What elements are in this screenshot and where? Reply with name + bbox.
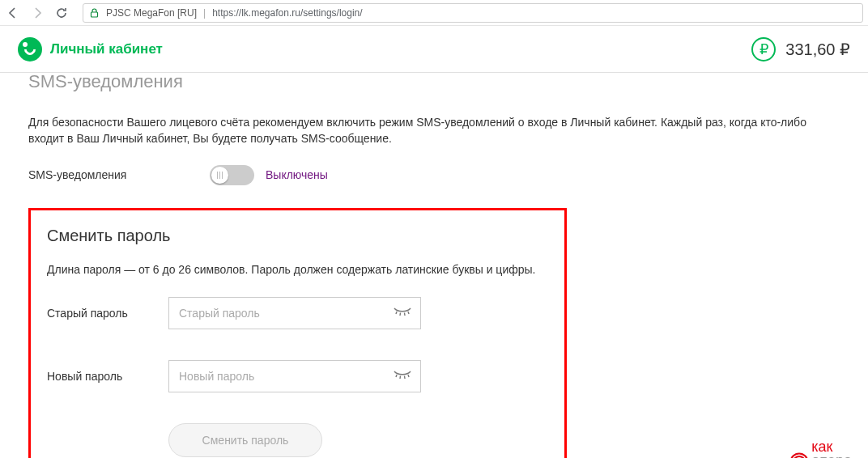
old-password-input[interactable] [168,297,421,329]
sms-section-title: SMS-уведомления [28,71,840,92]
sms-toggle[interactable] [210,165,254,185]
svg-line-2 [400,312,401,316]
svg-rect-0 [91,12,98,17]
reload-button[interactable] [53,5,70,21]
svg-line-8 [408,375,409,377]
toggle-knob-icon [211,167,228,184]
password-requirements: Длина пароля — от 6 до 26 символов. Паро… [47,263,548,276]
change-password-title: Сменить пароль [47,227,548,245]
logo-text: Личный кабинет [50,41,163,57]
eye-icon[interactable] [394,371,411,382]
address-bar[interactable]: PJSC MegaFon [RU] | https://lk.megafon.r… [83,3,863,23]
svg-line-5 [396,375,397,377]
new-password-input[interactable] [168,360,421,392]
old-password-label: Старый пароль [47,307,168,320]
url-separator: | [203,7,206,19]
logo-area[interactable]: Личный кабинет [18,37,163,61]
megafon-logo-icon [18,37,42,61]
watermark-line2: опера [811,454,852,458]
new-password-label: Новый пароль [47,370,168,383]
svg-line-7 [405,375,406,379]
change-password-button[interactable]: Сменить пароль [168,423,322,457]
balance-area[interactable]: ₽ 331,60 ₽ [751,37,850,61]
eye-icon[interactable] [394,307,411,319]
change-password-section: Сменить пароль Длина пароля — от 6 до 26… [28,208,567,458]
cert-name: PJSC MegaFon [RU] [106,7,197,19]
back-button[interactable] [5,5,21,21]
lock-icon [90,8,100,18]
browser-toolbar: PJSC MegaFon [RU] | https://lk.megafon.r… [0,0,868,26]
svg-line-3 [405,312,406,316]
watermark-icon [789,452,810,458]
sms-toggle-label: SMS-уведомления [28,168,198,181]
forward-button[interactable] [29,5,45,21]
svg-line-6 [400,375,401,379]
watermark: как опера тор.by [789,440,852,458]
sms-toggle-status: Выключены [266,168,328,181]
url-text: https://lk.megafon.ru/settings/login/ [212,7,362,19]
page-header: Личный кабинет ₽ 331,60 ₽ [0,26,868,73]
svg-line-4 [408,312,409,314]
balance-value: 331,60 ₽ [785,40,850,59]
svg-line-1 [396,312,397,314]
ruble-icon: ₽ [751,37,776,61]
sms-info-text: Для безопасности Вашего лицевого счёта р… [28,114,838,147]
